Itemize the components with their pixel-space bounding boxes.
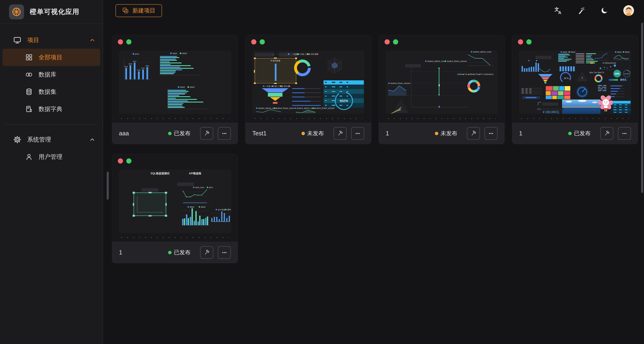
app-window: 橙单可视化应用 项目 全部项目	[0, 0, 644, 344]
sidebar-item-label: 数据集	[38, 88, 56, 96]
svg-text:一年级 二年级 三年级 四年级: 一年级 二年级 三年级 四年级	[265, 85, 290, 87]
user-avatar[interactable]	[623, 5, 634, 16]
app-logo	[9, 4, 24, 19]
sidebar-item-users[interactable]: 用户管理	[2, 148, 100, 165]
edit-project-button[interactable]	[334, 127, 346, 140]
svg-text:data1: data1	[172, 52, 177, 54]
svg-text:3495: 3495	[124, 66, 128, 67]
project-card[interactable]: student_attend_count student_flower_amou…	[378, 35, 505, 144]
grid-icon	[25, 53, 33, 61]
language-button[interactable]: 文 A	[554, 6, 563, 15]
project-card[interactable]: 献花数量 一年级 二年级 三年级 四年级	[245, 35, 371, 144]
content-left-scrollbar[interactable]	[107, 172, 109, 200]
card-footer: 1 未发布	[379, 123, 504, 144]
svg-text:price: price	[209, 186, 213, 189]
svg-text:合计价格: 合计价格	[218, 209, 225, 211]
svg-text:102%: 102%	[340, 99, 348, 103]
topbar: 新建项目 文 A	[103, 0, 644, 21]
svg-text:Mon Tue Wed Th: Mon Tue Wed Th	[590, 71, 604, 74]
project-name: Test1	[252, 130, 266, 137]
more-actions-button[interactable]	[351, 127, 364, 140]
svg-text:50%: 50%	[615, 72, 620, 75]
user-icon	[25, 153, 33, 161]
more-actions-button[interactable]	[484, 127, 498, 140]
card-red-dot	[251, 39, 256, 44]
svg-text:student_flower_amount: student_flower_amount	[390, 82, 410, 84]
status-dot	[168, 251, 172, 254]
thumbnail-pager-dots	[255, 118, 362, 119]
project-card[interactable]: data1 data2	[512, 35, 638, 144]
sidebar-item-dataset[interactable]: 数据集	[2, 83, 100, 100]
svg-text:data2: data2	[190, 86, 194, 88]
edit-project-button[interactable]	[467, 127, 480, 140]
dark-mode-button[interactable]	[600, 6, 609, 15]
svg-text:Thu: Thu	[475, 73, 478, 75]
card-green-dot	[526, 39, 532, 44]
status-dot	[568, 132, 572, 135]
svg-text:A: A	[558, 10, 561, 15]
ellipsis-icon	[221, 130, 228, 137]
project-name: 1	[519, 130, 522, 137]
svg-text:data2: data2	[625, 51, 630, 53]
sidebar-group-projects[interactable]: 项目	[2, 31, 100, 49]
edit-project-button[interactable]	[200, 127, 213, 140]
content-right-scrollbar[interactable]	[641, 23, 643, 193]
svg-text:¥ 100,000元: ¥ 100,000元	[542, 110, 559, 114]
svg-text:Wed: Wed	[470, 73, 474, 75]
dictionary-icon	[25, 105, 33, 113]
project-card[interactable]: SQL数据源测试 API数据集 class_hour price	[112, 154, 238, 263]
status-dot	[302, 132, 305, 135]
more-actions-button[interactable]	[618, 127, 631, 140]
sidebar-item-database[interactable]: 数据库	[2, 66, 100, 83]
svg-text:data1: data1	[563, 51, 568, 53]
hammer-icon	[603, 130, 610, 137]
sidebar-item-dictionary[interactable]: 数据字典	[2, 100, 100, 118]
sidebar-header: 橙单可视化应用	[0, 0, 103, 24]
database-icon	[25, 88, 33, 96]
svg-text:36 %: 36 %	[564, 77, 568, 79]
magic-wand-button[interactable]	[577, 6, 586, 15]
status-badge: 已发布	[568, 130, 591, 137]
card-green-dot	[393, 39, 398, 44]
new-project-button[interactable]: 新建项目	[116, 4, 162, 17]
avatar-image	[623, 5, 634, 16]
edit-project-button[interactable]	[200, 246, 213, 259]
ellipsis-icon	[621, 130, 628, 137]
status-label: 已发布	[174, 249, 190, 256]
svg-text:3586: 3586	[146, 65, 149, 67]
svg-text:price: price	[135, 53, 139, 55]
svg-text:data1: data1	[190, 206, 194, 208]
hammer-icon	[470, 130, 477, 137]
svg-text:2358: 2358	[137, 69, 140, 71]
svg-text:Sat: Sat	[485, 73, 488, 75]
group-label: 项目	[27, 36, 39, 44]
svg-text:student_attend_count: student_attend_count	[427, 60, 446, 62]
svg-text:student_attend_count: student_attend_count	[473, 51, 491, 53]
chevron-up-icon	[89, 37, 96, 43]
sidebar-item-all-projects[interactable]: 全部项目	[2, 49, 100, 66]
monitor-icon	[13, 36, 22, 44]
thumbnail-pager-dots	[121, 118, 229, 119]
edit-project-button[interactable]	[600, 127, 613, 140]
card-footer: Test1 未发布	[246, 123, 371, 144]
more-actions-button[interactable]	[218, 127, 231, 140]
status-badge: 已发布	[168, 249, 190, 256]
magic-wand-icon	[578, 6, 586, 14]
ellipsis-icon	[354, 130, 361, 137]
svg-text:student_flower_amount: student_flower_amount	[314, 107, 334, 109]
thumbnail-pager-dots	[522, 118, 629, 119]
project-card[interactable]: price 34955806 43432358 29643586 data1	[112, 35, 238, 144]
svg-text:data2: data2	[570, 51, 575, 53]
sidebar: 橙单可视化应用 项目 全部项目	[0, 0, 103, 344]
sidebar-item-label: 用户管理	[38, 153, 62, 161]
moon-icon	[601, 7, 608, 14]
card-red-dot	[384, 39, 390, 44]
group-label: 系统管理	[27, 136, 51, 144]
app-title: 橙单可视化应用	[30, 7, 80, 16]
hammer-icon	[203, 249, 210, 256]
sidebar-group-system[interactable]: 系统管理	[2, 131, 100, 148]
card-red-dot	[118, 158, 123, 164]
more-actions-button[interactable]	[218, 246, 231, 259]
project-thumbnail: data1 data2	[519, 51, 631, 114]
svg-text:student_attend_count: student_attend_count	[296, 107, 315, 109]
